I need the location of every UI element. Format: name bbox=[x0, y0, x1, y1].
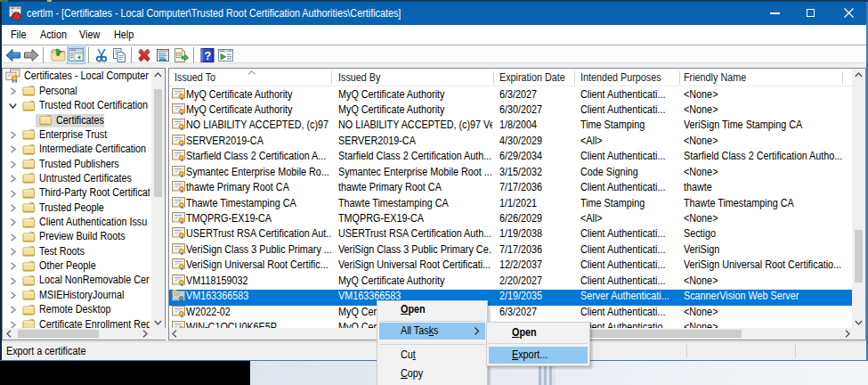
svg-text:?: ? bbox=[204, 50, 211, 62]
